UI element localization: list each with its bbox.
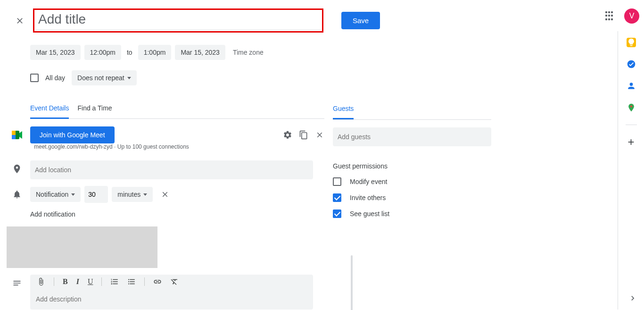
see-guest-list-label: See guest list (350, 210, 389, 218)
recurrence-label: Does not repeat (77, 74, 124, 82)
save-button[interactable]: Save (341, 12, 380, 29)
start-time-picker[interactable]: 12:00pm (84, 45, 121, 60)
numbered-list-icon[interactable] (110, 277, 119, 286)
notification-bell-icon (11, 189, 23, 200)
tasks-icon[interactable] (627, 59, 636, 69)
invite-others-checkbox[interactable] (333, 193, 341, 202)
add-guests-input[interactable] (333, 127, 491, 146)
recurrence-select[interactable]: Does not repeat (72, 70, 137, 85)
title-highlight-box (33, 8, 323, 33)
guest-permissions-title: Guest permissions (333, 162, 491, 170)
end-time-picker[interactable]: 1:00pm (138, 45, 172, 60)
modify-event-checkbox[interactable] (333, 177, 341, 186)
side-panel: + (618, 31, 644, 310)
allday-checkbox[interactable] (30, 74, 39, 82)
chevron-down-icon (127, 77, 131, 79)
see-guest-list-checkbox[interactable] (333, 209, 341, 218)
side-panel-separator (626, 125, 637, 125)
location-input[interactable] (30, 160, 313, 179)
toolbar-separator (144, 277, 145, 286)
event-title-input[interactable] (35, 11, 321, 30)
chevron-down-icon (71, 193, 75, 196)
account-avatar[interactable]: V (624, 8, 639, 24)
copy-meet-icon[interactable] (299, 130, 308, 140)
join-google-meet-button[interactable]: Join with Google Meet (30, 126, 115, 143)
link-icon[interactable] (153, 277, 162, 286)
tab-guests[interactable]: Guests (333, 105, 354, 119)
collapse-panel-icon[interactable] (626, 292, 639, 305)
svg-point-3 (627, 60, 635, 68)
svg-point-4 (630, 105, 632, 107)
tab-event-details[interactable]: Event Details (30, 104, 69, 119)
chevron-down-icon (143, 193, 147, 196)
description-input[interactable] (30, 289, 313, 310)
add-addon-icon[interactable]: + (627, 137, 636, 147)
svg-rect-2 (12, 135, 16, 139)
bullet-list-icon[interactable] (127, 277, 136, 286)
close-button[interactable] (9, 10, 30, 31)
google-apps-icon[interactable] (605, 11, 615, 21)
scrollbar[interactable] (351, 255, 353, 310)
allday-label: All day (45, 74, 65, 82)
description-icon (11, 277, 23, 289)
to-label: to (125, 49, 134, 56)
contacts-icon[interactable] (627, 81, 636, 91)
notification-type-label: Notification (36, 191, 68, 198)
clear-formatting-icon[interactable] (170, 277, 179, 286)
notification-type-select[interactable]: Notification (30, 187, 81, 202)
add-notification-link[interactable]: Add notification (30, 210, 170, 218)
end-date-picker[interactable]: Mar 15, 2023 (175, 45, 225, 60)
meet-settings-icon[interactable] (283, 130, 292, 140)
attach-icon[interactable] (37, 277, 45, 286)
toolbar-separator (54, 277, 54, 286)
start-date-picker[interactable]: Mar 15, 2023 (30, 45, 81, 60)
maps-icon[interactable] (627, 103, 636, 112)
modify-event-label: Modify event (350, 178, 387, 185)
tab-find-a-time[interactable]: Find a Time (77, 104, 112, 118)
attachment-placeholder (7, 226, 157, 268)
description-toolbar: B I U (30, 275, 313, 289)
toolbar-separator (101, 277, 102, 286)
bold-icon[interactable]: B (63, 277, 68, 286)
italic-icon[interactable]: I (76, 277, 79, 286)
google-meet-icon (11, 129, 23, 141)
notification-unit-select[interactable]: minutes (112, 187, 153, 202)
notification-value-input[interactable] (84, 186, 108, 203)
location-icon (11, 163, 23, 175)
timezone-link[interactable]: Time zone (233, 49, 264, 56)
invite-others-label: Invite others (350, 194, 386, 201)
notification-unit-label: minutes (117, 191, 140, 198)
underline-icon[interactable]: U (88, 277, 93, 286)
remove-notification-icon[interactable] (160, 190, 170, 199)
svg-rect-1 (12, 131, 16, 135)
remove-meet-icon[interactable] (315, 130, 324, 140)
meet-url-text: meet.google.com/rwb-dzyh-zyd · Up to 100… (30, 143, 324, 150)
keep-icon[interactable] (627, 38, 636, 47)
